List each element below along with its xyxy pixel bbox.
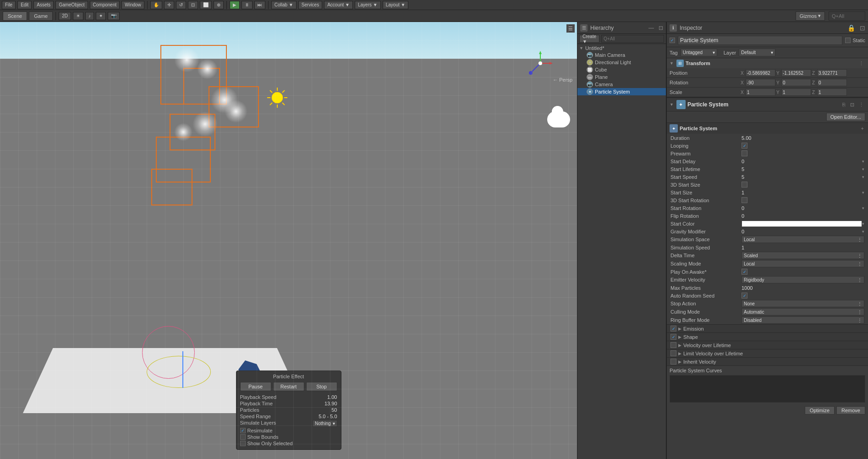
rotation-z-input[interactable] — [817, 79, 847, 86]
restart-btn[interactable]: Restart — [273, 382, 304, 391]
stop-action-dropdown[interactable]: None ⋮ — [742, 300, 864, 307]
scale-tool[interactable]: ⊡ — [188, 1, 198, 9]
file-menu[interactable]: File — [2, 1, 16, 9]
ps-context-btn[interactable]: ⋮ — [857, 102, 865, 108]
gameobject-menu[interactable]: GameObject — [55, 1, 88, 9]
show-only-selected-checkbox[interactable] — [240, 441, 246, 446]
component-menu[interactable]: Component — [90, 1, 120, 9]
scaling-mode-dropdown[interactable]: Local ⋮ — [742, 260, 864, 267]
transform-header[interactable]: ▼ ⊞ Transform ⋮ — [667, 58, 868, 68]
shape-checkbox[interactable]: ✓ — [670, 334, 676, 340]
ps-paste-btn[interactable]: ⊡ — [849, 102, 856, 108]
emitter-velocity-dropdown[interactable]: Rigidbody ⋮ — [742, 276, 864, 283]
all-tool[interactable]: ⊕ — [214, 1, 224, 9]
optimize-btn[interactable]: Optimize — [805, 406, 835, 415]
scene-search-input[interactable] — [829, 11, 865, 21]
assets-menu[interactable]: Assets — [33, 1, 54, 9]
hierarchy-item-camera[interactable]: 📷 Camera — [577, 81, 666, 88]
tab-game[interactable]: Game — [29, 11, 53, 21]
limit-velocity-checkbox[interactable] — [670, 350, 676, 356]
rect-tool[interactable]: ⬜ — [200, 1, 212, 9]
audio-toggle-btn[interactable]: ♪ — [85, 12, 94, 20]
hierarchy-item-plane[interactable]: ▬ Plane — [577, 73, 666, 81]
emission-submodule[interactable]: ✓ ▶ Emission — [667, 324, 868, 332]
delta-time-dropdown[interactable]: Scaled ⋮ — [742, 252, 864, 259]
object-name-input[interactable] — [678, 36, 842, 45]
play-button[interactable]: ▶ — [230, 1, 240, 9]
inspector-menu-btn[interactable]: ⊡ — [860, 24, 865, 32]
scene-canvas[interactable]: ← Persp ☰ Particle Effect Pause Restart … — [0, 22, 577, 459]
gizmo-toggle-btn[interactable]: ☀ — [73, 12, 83, 20]
stop-btn[interactable]: Stop — [306, 382, 337, 391]
ps-module-header[interactable]: ✦ Particle System + — [667, 123, 868, 134]
ring-buffer-mode-dropdown[interactable]: Disabled ⋮ — [742, 316, 864, 324]
inherit-velocity-submodule[interactable]: ▶ Inherit Velocity — [667, 357, 868, 365]
open-editor-btn[interactable]: Open Editor... — [826, 113, 865, 121]
position-z-input[interactable] — [817, 69, 847, 77]
fx-toggle-btn[interactable]: ✦ — [96, 12, 106, 20]
hierarchy-item-cube[interactable]: ⬜ Cube — [577, 66, 666, 73]
layers-btn[interactable]: Layers ▼ — [355, 1, 381, 9]
services-btn[interactable]: Services — [298, 1, 322, 9]
scale-z-input[interactable] — [817, 88, 847, 96]
layout-btn[interactable]: Layout ▼ — [383, 1, 409, 9]
hierarchy-item-main-camera[interactable]: 📷 Main Camera — [577, 51, 666, 59]
position-y-input[interactable] — [781, 69, 811, 77]
account-btn[interactable]: Account ▼ — [324, 1, 353, 9]
gizmos-btn[interactable]: Gizmos ▾ — [796, 11, 825, 21]
inspector-lock-btn[interactable]: 🔒 — [847, 24, 855, 32]
2d-btn[interactable]: 2D — [59, 12, 71, 20]
velocity-lifetime-submodule[interactable]: ▶ Velocity over Lifetime — [667, 341, 868, 349]
static-checkbox[interactable] — [845, 38, 851, 43]
ps-copy-btn[interactable]: ⎘ — [841, 102, 847, 108]
tab-scene[interactable]: Scene — [3, 11, 27, 21]
limit-velocity-submodule[interactable]: ▶ Limit Velocity over Lifetime — [667, 349, 868, 357]
step-button[interactable]: ⏭ — [254, 1, 265, 9]
hierarchy-item-directional-light[interactable]: ☀ Directional Light — [577, 59, 666, 66]
rotation-y-input[interactable] — [781, 79, 811, 86]
looping-checkbox[interactable]: ✓ — [742, 143, 747, 149]
ps-module-add-btn[interactable]: + — [860, 126, 865, 131]
move-tool[interactable]: ✛ — [164, 1, 174, 9]
play-on-awake-checkbox[interactable]: ✓ — [742, 269, 747, 275]
auto-random-seed-checkbox[interactable]: ✓ — [742, 293, 747, 299]
rotation-x-input[interactable] — [746, 79, 775, 86]
position-x-input[interactable] — [746, 69, 775, 77]
inherit-velocity-checkbox[interactable] — [670, 359, 676, 365]
scene-settings-btn[interactable]: ☰ — [566, 24, 575, 33]
hand-tool[interactable]: ✋ — [150, 1, 162, 9]
transform-context-btn[interactable]: ⋮ — [857, 61, 865, 66]
simulation-space-dropdown[interactable]: Local ⋮ — [742, 236, 864, 243]
collab-btn[interactable]: Collab ▼ — [271, 1, 297, 9]
layer-dropdown[interactable]: Default ▾ — [739, 49, 775, 56]
3d-start-rotation-checkbox[interactable] — [742, 197, 747, 203]
resimulate-checkbox[interactable]: ✓ — [240, 428, 246, 433]
pause-button[interactable]: ⏸ — [242, 1, 253, 9]
prewarm-checkbox[interactable] — [742, 150, 747, 156]
culling-mode-dropdown[interactable]: Automatic ⋮ — [742, 308, 864, 315]
create-btn[interactable]: Create ▼ — [579, 35, 599, 43]
velocity-lifetime-checkbox[interactable] — [670, 342, 676, 348]
scale-x-input[interactable] — [746, 88, 775, 96]
scale-y-input[interactable] — [781, 88, 811, 96]
hierarchy-content[interactable]: ▼ Untitled* 📷 Main Camera ☀ Directional … — [577, 44, 666, 459]
hierarchy-lock-btn[interactable]: ⊡ — [659, 25, 663, 31]
window-menu[interactable]: Window — [121, 1, 144, 9]
camera-icon-btn[interactable]: 📷 — [108, 12, 120, 20]
tag-dropdown[interactable]: Untagged ▾ — [681, 49, 717, 56]
object-active-checkbox[interactable]: ✓ — [670, 38, 675, 43]
show-bounds-checkbox[interactable] — [240, 434, 246, 440]
start-color-picker[interactable] — [742, 221, 862, 227]
emission-checkbox[interactable]: ✓ — [670, 326, 676, 332]
3d-start-size-checkbox[interactable] — [742, 182, 747, 188]
edit-menu[interactable]: Edit — [17, 1, 32, 9]
hierarchy-item-particle-system[interactable]: ✦ Particle System — [577, 88, 666, 95]
hierarchy-minimize-btn[interactable]: — — [648, 25, 654, 31]
scene-row[interactable]: ▼ Untitled* — [577, 45, 666, 51]
remove-btn[interactable]: Remove — [836, 406, 865, 415]
rotate-tool[interactable]: ↺ — [176, 1, 186, 9]
shape-submodule[interactable]: ✓ ▶ Shape — [667, 332, 868, 341]
simulate-layers-dropdown[interactable]: Nothing ▾ — [313, 420, 337, 427]
hierarchy-search[interactable] — [601, 35, 664, 43]
pause-btn[interactable]: Pause — [240, 382, 271, 391]
